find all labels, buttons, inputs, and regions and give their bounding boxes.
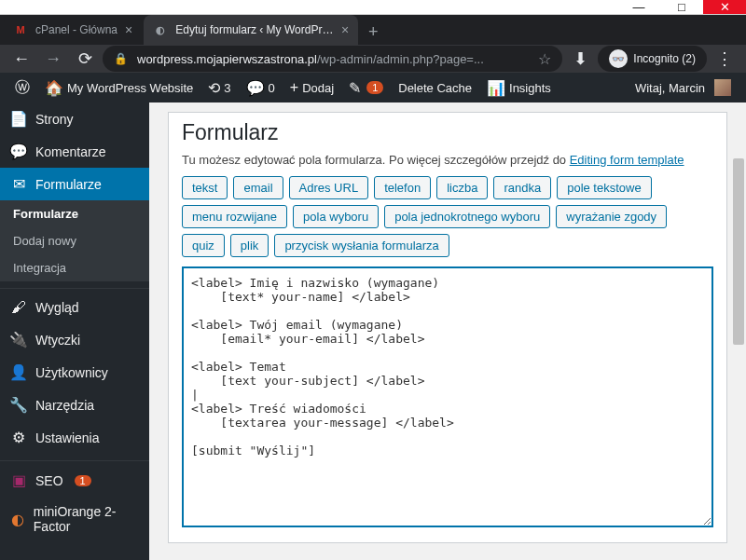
scrollbar-vertical[interactable] (731, 102, 746, 560)
bookmark-star-icon[interactable]: ☆ (538, 50, 551, 68)
shield-icon: ◐ (9, 511, 26, 528)
window-close-button[interactable]: ✕ (703, 0, 746, 14)
lock-icon: 🔒 (114, 52, 128, 65)
avatar (714, 79, 731, 96)
plugin-icon: 🔌 (9, 331, 28, 348)
tag-file[interactable]: plik (230, 234, 269, 257)
browser-tab-cpanel[interactable]: M cPanel - Główna × (4, 15, 142, 45)
menu-comments[interactable]: 💬Komentarze (0, 135, 149, 168)
wrench-icon: 🔧 (9, 396, 28, 414)
site-name-link[interactable]: 🏠My WordPress Website (37, 73, 200, 102)
add-new-link[interactable]: +Dodaj (283, 73, 341, 102)
submenu-forms: Formularze Dodaj nowy Integracja (0, 200, 149, 281)
browser-menu-button[interactable]: ⋮ (711, 45, 739, 73)
pages-icon: 📄 (9, 110, 28, 128)
browser-toolbar: ← → ⟳ 🔒 wordpress.mojapierwszastrona.pl/… (0, 45, 746, 73)
tab-close-icon[interactable]: × (125, 22, 132, 37)
window-maximize-button[interactable]: □ (660, 0, 703, 14)
wpforms-link[interactable]: ✎1 (341, 73, 391, 102)
tag-quiz[interactable]: quiz (182, 234, 225, 257)
plus-icon: + (290, 79, 298, 96)
tag-dropdown[interactable]: menu rozwijane (182, 205, 287, 228)
stats-icon: 📊 (487, 79, 505, 97)
form-tag-buttons: tekst email Adres URL telefon liczba ran… (169, 176, 726, 257)
form-code-textarea[interactable] (182, 266, 713, 527)
incognito-icon: 👓 (609, 49, 628, 68)
new-tab-button[interactable]: + (360, 19, 386, 45)
tag-number[interactable]: liczba (436, 176, 488, 199)
incognito-label: Incognito (2) (633, 52, 696, 65)
tag-url[interactable]: Adres URL (289, 176, 369, 199)
editing-template-link[interactable]: Editing form template (570, 153, 684, 167)
menu-plugins[interactable]: 🔌Wtyczki (0, 323, 149, 356)
brush-icon: 🖌 (9, 299, 28, 316)
favicon-cpanel: M (13, 22, 28, 37)
comments-link[interactable]: 💬0 (239, 73, 283, 102)
scrollbar-thumb[interactable] (733, 158, 744, 345)
window-minimize-button[interactable]: — (617, 0, 660, 14)
user-greeting[interactable]: Witaj, Marcin (628, 73, 739, 102)
forward-button[interactable]: → (39, 45, 67, 73)
menu-settings[interactable]: ⚙Ustawienia (0, 421, 149, 454)
wordpress-icon: ⓦ (15, 78, 30, 98)
insights-link[interactable]: 📊Insights (479, 73, 559, 102)
tag-textarea[interactable]: pole tekstowe (557, 176, 652, 199)
favicon-wordpress: ◐ (153, 22, 168, 37)
tag-checkbox[interactable]: pola wyboru (293, 205, 379, 228)
updates-icon: ⟲ (208, 79, 220, 97)
address-bar[interactable]: 🔒 wordpress.mojapierwszastrona.pl/wp-adm… (103, 46, 562, 72)
menu-pages[interactable]: 📄Strony (0, 102, 149, 135)
menu-seo[interactable]: ▣SEO1 (0, 464, 149, 497)
incognito-indicator[interactable]: 👓 Incognito (2) (598, 46, 707, 72)
users-icon: 👤 (9, 363, 28, 381)
reload-button[interactable]: ⟳ (71, 45, 99, 73)
wp-logo[interactable]: ⓦ (7, 73, 37, 102)
panel-description: Tu możesz edytować pola formularza. Po w… (169, 153, 726, 176)
seo-icon: ▣ (9, 471, 28, 489)
menu-appearance[interactable]: 🖌Wygląd (0, 292, 149, 323)
browser-tab-wordpress[interactable]: ◐ Edytuj formularz ‹ My WordPress × (144, 15, 358, 45)
comment-icon: 💬 (246, 79, 265, 97)
tab-title: cPanel - Główna (35, 23, 117, 36)
delete-cache-link[interactable]: Delete Cache (391, 73, 479, 102)
mail-icon: ✉ (9, 175, 28, 193)
menu-miniorange[interactable]: ◐miniOrange 2-Factor (0, 497, 149, 541)
admin-sidebar: 📄Strony 💬Komentarze ✉Formularze Formular… (0, 102, 149, 560)
wp-admin-bar: ⓦ 🏠My WordPress Website ⟲3 💬0 +Dodaj ✎1 … (0, 73, 746, 102)
updates-link[interactable]: ⟲3 (200, 73, 238, 102)
tab-close-icon[interactable]: × (341, 22, 349, 37)
home-icon: 🏠 (45, 79, 63, 97)
panel-title: Formularz (169, 113, 726, 153)
submenu-forms-list[interactable]: Formularze (0, 200, 149, 227)
settings-icon: ⚙ (9, 429, 28, 446)
tag-submit[interactable]: przycisk wysłania formularza (274, 234, 449, 257)
browser-tab-bar: M cPanel - Główna × ◐ Edytuj formularz ‹… (0, 15, 746, 45)
tag-text[interactable]: tekst (182, 176, 228, 199)
extension-icon[interactable]: ⬇ (566, 45, 594, 73)
tag-date[interactable]: randka (493, 176, 551, 199)
menu-tools[interactable]: 🔧Narzędzia (0, 389, 149, 421)
menu-forms[interactable]: ✉Formularze (0, 168, 149, 200)
url-text: wordpress.mojapierwszastrona.pl/wp-admin… (137, 52, 531, 66)
comment-icon: 💬 (9, 143, 28, 160)
menu-users[interactable]: 👤Użytkownicy (0, 356, 149, 389)
form-editor-panel: Formularz Tu możesz edytować pola formul… (168, 112, 727, 543)
tag-radio[interactable]: pola jednokrotnego wyboru (384, 205, 550, 228)
main-content: Formularz Tu możesz edytować pola formul… (149, 102, 746, 560)
tag-acceptance[interactable]: wyrażanie zgody (556, 205, 667, 228)
tag-email[interactable]: email (233, 176, 283, 199)
submenu-forms-integration[interactable]: Integracja (0, 254, 149, 281)
window-titlebar: — □ ✕ (0, 0, 746, 15)
back-button[interactable]: ← (7, 45, 35, 73)
submenu-forms-add[interactable]: Dodaj nowy (0, 227, 149, 254)
form-icon: ✎ (349, 79, 361, 97)
tag-tel[interactable]: telefon (374, 176, 431, 199)
tab-title: Edytuj formularz ‹ My WordPress (175, 23, 334, 36)
